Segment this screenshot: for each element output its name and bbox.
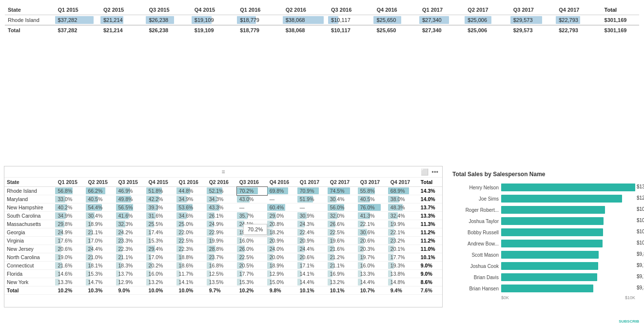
matrix-cell: 13.5%	[207, 278, 237, 286]
matrix-cell: 41.3%	[358, 212, 388, 220]
matrix-cell: 16.8%	[207, 262, 237, 270]
chart-title: Total Sales by Salesperson Name	[452, 171, 635, 178]
matrix-total: 11.3%	[418, 220, 442, 228]
handle-icon: ≡	[221, 168, 225, 175]
matrix-total-cell: 9.7%	[207, 286, 237, 295]
top-cell-10: $29,573	[510, 15, 556, 25]
matrix-cell: 39.3%	[146, 204, 176, 212]
matrix-cell: 74.5%	[328, 187, 358, 195]
matrix-cell: 55.8%	[358, 187, 388, 195]
total-label: Total	[5, 25, 55, 36]
matrix-state: Connecticut	[4, 262, 55, 270]
total-cell-11: $22,793	[556, 25, 601, 36]
chart-axis: $0K $10K	[501, 295, 635, 300]
bar-track: $9,725	[501, 273, 635, 281]
total-cell-12: $301,169	[602, 25, 639, 36]
matrix-row: Florida14.6%15.3%13.7%16.0%11.7%12.5%17.…	[4, 270, 442, 278]
matrix-cell: 19.3%	[388, 262, 418, 270]
matrix-cell: 11.7%	[176, 270, 207, 278]
bar-row: Roger Robert...$10,500	[452, 205, 635, 215]
matrix-cell: 18.3%	[116, 262, 146, 270]
matrix-cell: 24.3%	[297, 220, 328, 228]
top-cell-4: $18,779	[237, 15, 282, 25]
top-total-row: Total$37,282$21,214$26,238$19,109$18,779…	[5, 25, 639, 36]
matrix-cell: 22.1%	[358, 220, 388, 228]
bar-row: Brian Davis$9,725	[452, 272, 635, 282]
bar-row: Joshua Taylor$10,322	[452, 216, 635, 226]
matrix-total-label: Total	[4, 286, 55, 295]
matrix-cell: 12.9%	[267, 270, 297, 278]
matrix-row: South Carolina34.9%30.4%41.6%31.6%34.6%2…	[4, 212, 442, 220]
total-cell-9: $25,006	[465, 25, 510, 36]
matrix-header-Q42017: Q4 2017	[388, 178, 418, 187]
bar-value: $10,500	[637, 206, 644, 212]
matrix-cell: 14.1%	[176, 278, 207, 286]
matrix-cell: 54.4%	[86, 204, 116, 212]
top-header-Q22017: Q2 2017	[465, 5, 510, 15]
bar-row: Scott Mason$9,834	[452, 250, 635, 260]
top-header-Q22016: Q2 2016	[283, 5, 328, 15]
matrix-cell: 26.0%	[237, 245, 267, 253]
matrix-row: Massachusetts29.8%18.9%32.3%25.5%25.0%24…	[4, 220, 442, 228]
matrix-state: New Jersey	[4, 245, 55, 253]
matrix-total: 11.2%	[418, 237, 442, 245]
matrix-cell: 17.7%	[237, 270, 267, 278]
bar-fill	[501, 285, 593, 292]
matrix-total-cell: 9.4%	[388, 286, 418, 295]
matrix-cell: 15.3%	[237, 278, 267, 286]
matrix-cell: 12.5%	[207, 270, 237, 278]
matrix-row: New Hampshire40.2%54.4%56.5%39.3%53.6%43…	[4, 204, 442, 212]
matrix-cell: 26.6%	[328, 220, 358, 228]
matrix-header-Q12015: Q1 2015	[55, 178, 85, 187]
bar-fill	[501, 195, 622, 203]
matrix-cell: 70.9%	[297, 187, 328, 195]
matrix-cell: 20.6%	[358, 237, 388, 245]
matrix-cell: 19.7%	[358, 253, 388, 262]
matrix-cell: 20.9%	[267, 237, 297, 245]
matrix-cell: 42.2%	[146, 195, 176, 204]
matrix-cell: 20.9%	[297, 237, 328, 245]
bar-row: Henry Nelson$13,549	[452, 183, 635, 192]
matrix-cell: 22.9%	[207, 228, 237, 237]
bar-value: $9,834	[637, 251, 644, 257]
matrix-cell: 23.7%	[207, 253, 237, 262]
bar-track: $10,285	[501, 228, 635, 236]
bar-track: $10,322	[501, 217, 635, 225]
total-cell-8: $27,340	[419, 25, 465, 36]
top-header-Q32017: Q3 2017	[510, 5, 556, 15]
matrix-cell: 40.5%	[86, 195, 116, 204]
matrix-state: Florida	[4, 270, 55, 278]
more-icon[interactable]: •••	[431, 168, 438, 176]
total-cell-2: $26,238	[146, 25, 191, 36]
logo-area: SUBSCRIB	[619, 319, 639, 324]
matrix-total-cell: 10.7%	[358, 286, 388, 295]
top-cell-12: $301,169	[602, 15, 639, 25]
panel-icons[interactable]: ⬜ •••	[421, 168, 438, 176]
matrix-header-Q42016: Q4 2016	[267, 178, 297, 187]
bar-label: Henry Nelson	[452, 185, 499, 190]
matrix-total-cell: 10.1%	[328, 286, 358, 295]
matrix-cell: 51.9%	[297, 195, 328, 204]
bar-fill	[501, 217, 604, 225]
matrix-cell: 21.0%	[86, 253, 116, 262]
top-header-Q32016: Q3 2016	[328, 5, 373, 15]
matrix-total-cell: 10.0%	[146, 286, 176, 295]
matrix-row: Rhode Island56.8%66.2%46.9%51.8%44.8%52.…	[4, 187, 442, 195]
matrix-cell: 40.2%	[55, 204, 85, 212]
matrix-cell: 33.0%	[55, 195, 85, 204]
expand-icon[interactable]: ⬜	[421, 168, 429, 176]
matrix-cell: 13.3%	[55, 278, 85, 286]
total-cell-10: $29,573	[510, 25, 556, 36]
matrix-cell: 32.0%	[328, 212, 358, 220]
matrix-cell: —	[297, 204, 328, 212]
matrix-cell: 13.8%	[388, 270, 418, 278]
matrix-cell: 31.6%	[146, 212, 176, 220]
total-cell-1: $21,214	[100, 25, 146, 36]
matrix-header-Q22017: Q2 2017	[328, 178, 358, 187]
matrix-total: 14.3%	[418, 187, 442, 195]
matrix-cell: 20.5%	[237, 262, 267, 270]
matrix-header-Q32015: Q3 2015	[116, 178, 146, 187]
bar-fill	[501, 228, 603, 236]
top-header-Q42015: Q4 2015	[192, 5, 237, 15]
bar-fill	[501, 262, 598, 270]
